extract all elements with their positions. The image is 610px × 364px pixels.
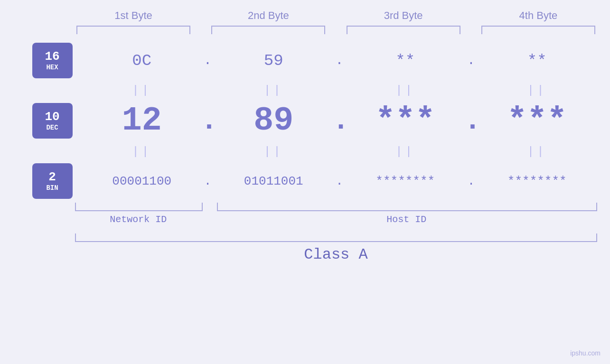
dec-dot3: . xyxy=(464,105,479,137)
main-container: 1st Byte 2nd Byte 3rd Byte 4th Byte 16 H… xyxy=(0,0,610,364)
host-id-label: Host ID xyxy=(216,214,597,225)
dec-row: 10 DEC 12 . 89 . *** . *** xyxy=(0,102,610,140)
dec-dot1: . xyxy=(201,105,215,137)
par1-byte4: || xyxy=(479,84,596,97)
byte1-header: 1st Byte xyxy=(76,9,190,22)
bottom-brackets xyxy=(75,203,597,211)
byte4-header: 4th Byte xyxy=(481,9,595,22)
par1-byte2: || xyxy=(215,84,333,97)
bin-byte3: ******** xyxy=(347,174,464,188)
hex-badge: 16 HEX xyxy=(32,43,73,78)
bin-dot3: . xyxy=(464,174,479,188)
par2-byte3: || xyxy=(347,145,464,158)
par2-byte2: || xyxy=(215,145,333,158)
network-bottom-bracket xyxy=(75,203,203,211)
bin-badge: 2 BIN xyxy=(32,163,73,199)
class-bracket xyxy=(75,233,597,242)
hex-dot3: . xyxy=(464,53,479,68)
bracket-byte3 xyxy=(347,26,460,34)
par1-byte3: || xyxy=(347,84,464,97)
bracket-byte1 xyxy=(76,26,190,34)
bin-values: 00001100 . 01011001 . ******** . *******… xyxy=(83,174,610,188)
dec-byte1: 12 xyxy=(83,102,201,140)
dec-badge: 10 DEC xyxy=(32,103,73,139)
dec-byte2: 89 xyxy=(215,102,333,140)
class-label: Class A xyxy=(75,246,597,263)
byte2-header: 2nd Byte xyxy=(211,9,325,22)
par2-byte1: || xyxy=(83,145,201,158)
dec-byte4: *** xyxy=(479,102,596,140)
sep-row-2: || || || || xyxy=(0,140,610,163)
id-labels-row: Network ID Host ID xyxy=(75,214,597,225)
sep-row-1: || || || || xyxy=(0,78,610,102)
bin-byte4: ******** xyxy=(479,174,596,188)
hex-byte1: 0C xyxy=(83,52,201,70)
par2-byte4: || xyxy=(479,145,596,158)
hex-byte4: ** xyxy=(479,52,596,70)
bin-byte1: 00001100 xyxy=(83,174,201,188)
hex-byte3: ** xyxy=(347,52,464,70)
bracket-byte4 xyxy=(481,26,595,34)
dec-values: 12 . 89 . *** . *** xyxy=(83,102,610,140)
bin-dot2: . xyxy=(332,174,347,188)
network-id-label: Network ID xyxy=(75,214,202,225)
bin-dot1: . xyxy=(201,174,215,188)
hex-dot1: . xyxy=(201,53,215,68)
byte3-header: 3rd Byte xyxy=(347,9,460,22)
dec-dot2: . xyxy=(332,105,347,137)
watermark: ipshu.com xyxy=(570,349,601,357)
hex-dot2: . xyxy=(332,53,347,68)
hex-byte2: 59 xyxy=(215,52,333,70)
bin-row: 2 BIN 00001100 . 01011001 . ******** . *… xyxy=(0,163,610,199)
hex-values: 0C . 59 . ** . ** xyxy=(83,52,610,70)
dec-byte3: *** xyxy=(347,102,464,140)
par1-byte1: || xyxy=(83,84,201,97)
bin-byte2: 01011001 xyxy=(215,174,333,188)
bracket-byte2 xyxy=(211,26,325,34)
hex-row: 16 HEX 0C . 59 . ** . ** xyxy=(0,43,610,78)
